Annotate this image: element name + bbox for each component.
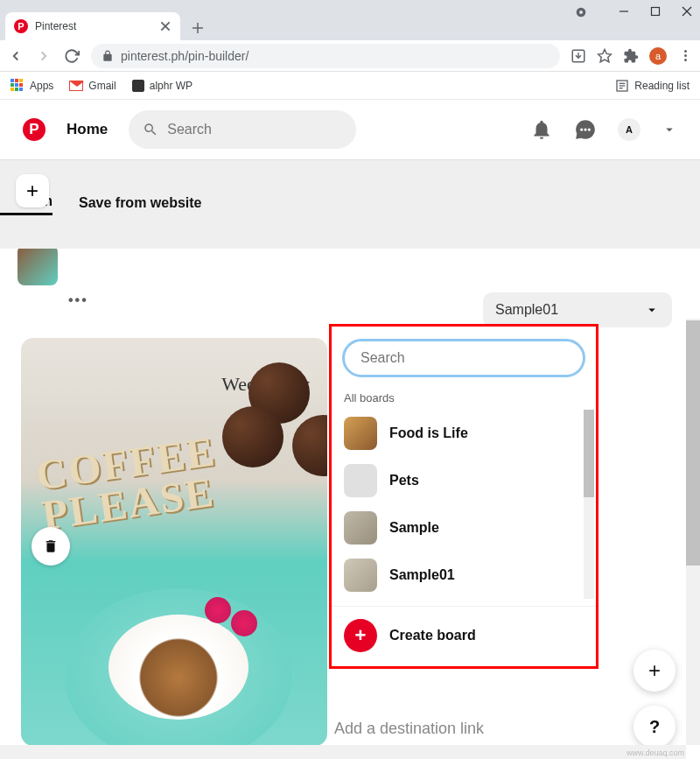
svg-point-19 <box>588 128 591 130</box>
bookmark-star-icon[interactable] <box>597 48 612 64</box>
board-search[interactable] <box>342 339 585 377</box>
browser-avatar[interactable]: a <box>649 47 667 65</box>
page-horizontal-scrollbar[interactable] <box>0 745 686 759</box>
notifications-button[interactable] <box>530 118 553 141</box>
header-search-input[interactable] <box>167 122 342 137</box>
delete-pin-button[interactable] <box>32 527 70 566</box>
board-label: Sample <box>389 520 439 536</box>
chevron-down-icon <box>644 302 660 318</box>
board-label: Pets <box>389 473 419 488</box>
install-icon[interactable] <box>570 48 586 64</box>
reading-list-label: Reading list <box>634 80 690 92</box>
board-item-pets[interactable]: Pets <box>332 457 596 504</box>
board-thumb <box>344 417 377 450</box>
board-picker-panel: All boards Food is Life Pets Sample Samp… <box>329 324 598 669</box>
tab-save-from-website[interactable]: Save from website <box>79 195 202 214</box>
lock-icon <box>102 50 114 62</box>
fab-help-button[interactable]: ? <box>634 706 676 748</box>
account-menu-chevron[interactable] <box>662 122 677 137</box>
new-tab-button[interactable] <box>186 16 210 40</box>
messages-button[interactable] <box>574 118 597 141</box>
svg-marker-12 <box>598 49 612 61</box>
svg-point-18 <box>584 128 586 130</box>
gmail-icon <box>69 81 83 91</box>
board-item-food[interactable]: Food is Life <box>332 410 596 457</box>
url-bar[interactable]: pinterest.ph/pin-builder/ <box>91 44 560 68</box>
window-controls <box>618 5 693 18</box>
apps-bookmark[interactable]: Apps <box>10 79 53 93</box>
pin-builder-tabs: + at n Save from website <box>0 159 700 249</box>
board-label: Food is Life <box>389 425 468 441</box>
svg-point-1 <box>579 11 583 14</box>
create-board-button[interactable]: + Create board <box>332 606 596 657</box>
bookmarks-bar: Apps Gmail alphr WP Reading list <box>0 72 700 100</box>
svg-rect-3 <box>652 8 660 16</box>
board-item-sample01[interactable]: Sample01 <box>332 552 596 599</box>
watermark: www.deuaq.com <box>626 748 684 757</box>
reading-list-button[interactable]: Reading list <box>615 79 690 93</box>
content-area: + at n Save from website ••• Sample01 We… <box>0 159 700 759</box>
create-board-label: Create board <box>389 628 476 643</box>
board-select-dropdown[interactable]: Sample01 <box>483 292 672 327</box>
alphr-label: alphr WP <box>150 80 192 92</box>
board-thumb <box>344 511 377 545</box>
tab-close-button[interactable] <box>159 20 172 32</box>
pin-overlay-text: COFFEE PLEASE <box>34 431 224 535</box>
board-item-sample[interactable]: Sample <box>332 504 596 552</box>
pinterest-header: P Home A <box>0 100 700 159</box>
window-maximize-button[interactable] <box>649 5 662 18</box>
wp-icon <box>132 80 144 92</box>
tab-title: Pinterest <box>35 20 152 32</box>
tabstrip: P Pinterest <box>0 9 700 40</box>
pinterest-logo[interactable]: P <box>23 118 46 141</box>
board-search-input[interactable] <box>360 350 567 366</box>
home-link[interactable]: Home <box>66 121 108 138</box>
extensions-icon[interactable] <box>623 48 639 64</box>
chocolate-decor <box>222 362 327 485</box>
board-label: Sample01 <box>389 567 455 583</box>
board-select-value: Sample01 <box>495 302 558 318</box>
apps-icon <box>10 79 24 93</box>
back-button[interactable] <box>7 47 24 65</box>
board-thumb <box>344 464 377 497</box>
forward-button[interactable] <box>35 47 52 65</box>
cup-decor <box>65 588 292 746</box>
add-pin-button[interactable]: + <box>16 174 49 207</box>
browser-chrome: P Pinterest pinterest.ph/pin-builder/ a … <box>0 0 700 100</box>
header-search[interactable] <box>129 110 356 149</box>
window-close-button[interactable] <box>681 5 693 18</box>
gmail-bookmark[interactable]: Gmail <box>69 80 116 92</box>
incognito-icon <box>574 5 588 23</box>
trash-icon <box>43 538 59 554</box>
apps-label: Apps <box>30 80 53 92</box>
browser-tab[interactable]: P Pinterest <box>5 12 180 40</box>
browser-toolbar: pinterest.ph/pin-builder/ a <box>0 40 700 72</box>
page-vertical-scrollbar[interactable] <box>686 319 700 745</box>
profile-avatar[interactable]: A <box>618 118 640 141</box>
draft-options-button[interactable]: ••• <box>68 292 88 308</box>
search-icon <box>143 122 158 137</box>
url-text: pinterest.ph/pin-builder/ <box>121 49 550 63</box>
pinterest-favicon: P <box>14 19 28 33</box>
plus-icon: + <box>344 619 377 652</box>
board-list: Food is Life Pets Sample Sample01 <box>332 410 596 599</box>
board-thumb <box>344 559 377 592</box>
browser-menu-button[interactable] <box>677 50 693 61</box>
destination-link-input[interactable]: Add a destination link <box>334 720 484 738</box>
svg-point-17 <box>580 128 583 130</box>
fab-add-button[interactable]: + <box>634 650 676 692</box>
reading-list-icon <box>615 79 629 93</box>
reload-button[interactable] <box>63 47 80 65</box>
board-list-scrollbar[interactable] <box>584 410 594 599</box>
board-section-label: All boards <box>332 386 596 410</box>
titlebar <box>0 0 700 9</box>
alphr-bookmark[interactable]: alphr WP <box>132 80 192 92</box>
window-minimize-button[interactable] <box>618 5 630 18</box>
draft-thumbnail[interactable] <box>18 245 58 285</box>
gmail-label: Gmail <box>88 80 116 92</box>
